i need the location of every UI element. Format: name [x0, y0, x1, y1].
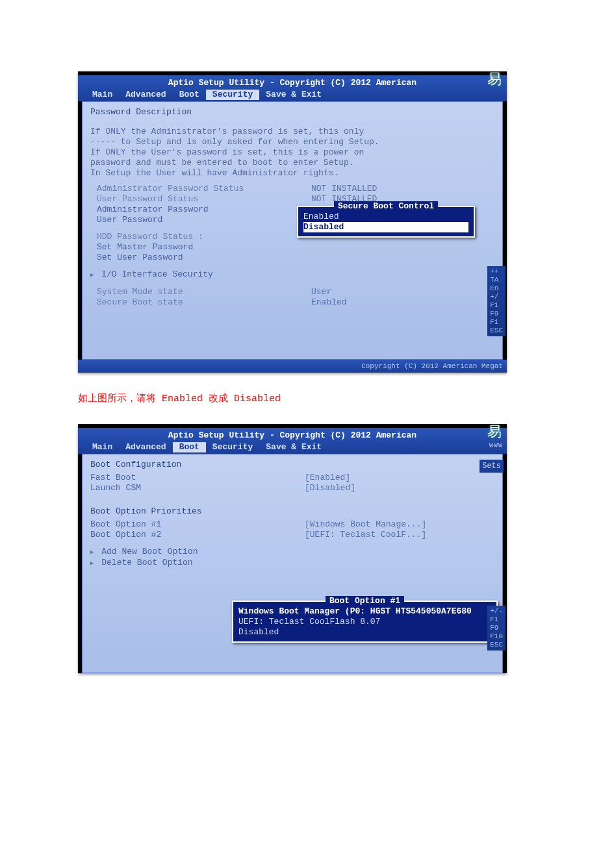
- desc-line: In Setup the User will have Administrato…: [90, 168, 494, 179]
- item-label: Administrator Password: [97, 205, 311, 215]
- bios-title: Aptio Setup Utility - Copyright (C) 2012…: [78, 429, 507, 442]
- hint: F9: [490, 624, 503, 632]
- watermark-www: WWW: [489, 441, 503, 451]
- watermark-text: 易: [487, 427, 502, 437]
- tab-main[interactable]: Main: [86, 442, 119, 453]
- item-value: User: [311, 287, 331, 297]
- hint: En: [490, 284, 503, 293]
- secure-boot-control-popup: Secure Boot Control Enabled Disabled: [297, 206, 475, 238]
- secure-boot-state: Secure Boot state Enabled: [97, 297, 494, 308]
- tab-advanced[interactable]: Advanced: [119, 90, 172, 100]
- delete-boot-option[interactable]: Delete Boot Option: [90, 558, 494, 569]
- set-master-password[interactable]: Set Master Password: [97, 242, 494, 253]
- section-boot-priorities: Boot Option Priorities: [90, 506, 494, 517]
- bios-body-boot: Sets Boot Configuration Fast Boot [Enabl…: [82, 454, 503, 673]
- popup-title: Boot Option #1: [233, 596, 496, 606]
- bios-screenshot-security: 易 Aptio Setup Utility - Copyright (C) 20…: [78, 71, 507, 373]
- item-label: User Password: [97, 215, 311, 225]
- hint: TA: [490, 276, 503, 284]
- boot-option-1[interactable]: Boot Option #1 [Windows Boot Manage...]: [90, 519, 494, 530]
- launch-csm[interactable]: Launch CSM [Disabled]: [90, 483, 494, 493]
- desc-line: ----- to Setup and is only asked for whe…: [90, 137, 494, 147]
- bios-tab-bar: Main Advanced Boot Security Save & Exit: [78, 90, 507, 101]
- help-panel-label: Sets: [480, 460, 504, 473]
- tab-security[interactable]: Security: [206, 442, 259, 453]
- section-boot-config: Boot Configuration: [90, 460, 494, 470]
- item-label: Boot Option #1: [90, 519, 305, 530]
- bios-title: Aptio Setup Utility - Copyright (C) 2012…: [78, 77, 507, 90]
- tab-save-exit[interactable]: Save & Exit: [259, 90, 328, 100]
- tab-security[interactable]: Security: [206, 90, 259, 100]
- bios-header: Aptio Setup Utility - Copyright (C) 2012…: [78, 428, 507, 454]
- watermark-text: 易: [487, 74, 502, 84]
- option-disabled[interactable]: Disabled: [238, 627, 491, 638]
- item-label: Boot Option #2: [90, 530, 305, 540]
- boot-option-2[interactable]: Boot Option #2 [UEFI: Teclast CoolF...]: [90, 530, 494, 540]
- hint: +/-: [490, 607, 503, 615]
- item-label: Add New Boot Option: [101, 547, 198, 556]
- hint: ESC: [490, 641, 503, 649]
- admin-password-status: Administrator Password Status NOT INSTAL…: [97, 184, 494, 194]
- item-label: Set User Password: [97, 253, 311, 263]
- password-description: If ONLY the Administrator's password is …: [90, 127, 494, 179]
- help-key-hints: +/- F1 F9 F10 ESC: [487, 606, 505, 651]
- tab-advanced[interactable]: Advanced: [119, 442, 172, 453]
- item-label: Set Master Password: [97, 242, 311, 253]
- option-enabled[interactable]: Enabled: [303, 212, 468, 222]
- item-label: Fast Boot: [90, 473, 305, 483]
- item-label: Launch CSM: [90, 483, 305, 493]
- item-label: User Password Status: [97, 194, 311, 205]
- item-value: [Disabled]: [305, 483, 355, 493]
- bios-tab-bar: Main Advanced Boot Security Save & Exit: [78, 442, 507, 454]
- item-value: NOT INSTALLED: [311, 184, 377, 194]
- tab-boot[interactable]: Boot: [173, 90, 206, 100]
- bios-body-security: Password Description If ONLY the Adminis…: [82, 101, 503, 360]
- item-value: [UEFI: Teclast CoolF...]: [305, 530, 426, 540]
- tab-save-exit[interactable]: Save & Exit: [259, 442, 328, 453]
- section-heading: Password Description: [90, 107, 494, 118]
- set-user-password[interactable]: Set User Password: [97, 253, 494, 263]
- popup-options: Enabled Disabled: [298, 212, 474, 236]
- hint: ++: [490, 267, 503, 276]
- hint: ESC: [490, 327, 503, 335]
- bios-screenshot-boot: 易 Aptio Setup Utility - Copyright (C) 20…: [78, 424, 507, 673]
- option-disabled[interactable]: Disabled: [303, 222, 468, 232]
- hint: F1: [490, 615, 503, 624]
- item-value: [Enabled]: [305, 473, 350, 483]
- tab-boot[interactable]: Boot: [173, 442, 206, 453]
- system-mode-state: System Mode state User: [97, 287, 494, 297]
- state-block: System Mode state User Secure Boot state…: [90, 287, 494, 308]
- tab-main[interactable]: Main: [86, 90, 119, 100]
- item-label: System Mode state: [97, 287, 311, 297]
- fast-boot[interactable]: Fast Boot [Enabled]: [90, 473, 494, 483]
- help-key-hints: ++ TA En +/ F1 F9 F1 ESC: [487, 266, 505, 336]
- boot-option-popup: Boot Option #1 Windows Boot Manager (P0:…: [232, 601, 498, 643]
- bios-footer: Copyright (C) 2012 American Megat: [78, 360, 507, 373]
- popup-title: Secure Boot Control: [298, 201, 474, 212]
- desc-line: If ONLY the Administrator's password is …: [90, 127, 494, 137]
- hint: F9: [490, 310, 503, 318]
- item-label: Delete Boot Option: [101, 558, 192, 567]
- hint: F1: [490, 301, 503, 310]
- desc-line: password and must be entered to boot to …: [90, 158, 494, 168]
- io-interface-security[interactable]: I/O Interface Security: [90, 269, 494, 280]
- item-label: HDD Password Status :: [97, 232, 311, 242]
- item-label: I/O Interface Security: [101, 269, 213, 279]
- item-label: Secure Boot state: [97, 297, 311, 308]
- option-uefi-teclast[interactable]: UEFI: Teclast CoolFlash 8.07: [238, 617, 491, 627]
- option-windows-boot-manager[interactable]: Windows Boot Manager (P0: HGST HTS545050…: [238, 606, 491, 617]
- desc-line: If ONLY the User's password is set, this…: [90, 147, 494, 158]
- instruction-text: 如上图所示，请将 Enabled 改成 Disabled: [78, 392, 614, 404]
- popup-options: Windows Boot Manager (P0: HGST HTS545050…: [233, 606, 496, 641]
- hint: F1: [490, 318, 503, 327]
- add-new-boot-option[interactable]: Add New Boot Option: [90, 547, 494, 558]
- hint: F10: [490, 632, 503, 641]
- bios-header: Aptio Setup Utility - Copyright (C) 2012…: [78, 75, 507, 101]
- item-value: Enabled: [311, 297, 347, 308]
- item-value: [Windows Boot Manage...]: [305, 519, 426, 530]
- item-label: Administrator Password Status: [97, 184, 311, 194]
- hint: +/: [490, 293, 503, 301]
